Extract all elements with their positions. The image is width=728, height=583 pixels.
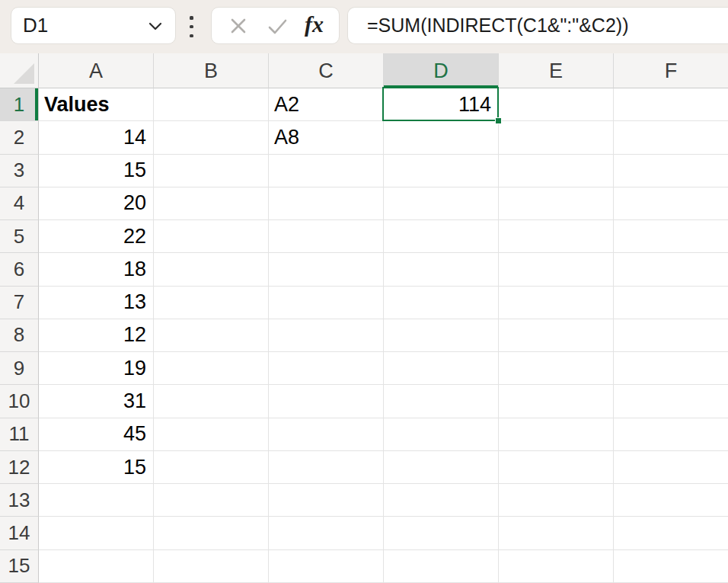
- row-header-10[interactable]: 10: [0, 385, 39, 418]
- cell-E11[interactable]: [499, 418, 614, 451]
- cell-F6[interactable]: [614, 253, 728, 286]
- cell-A3[interactable]: 15: [39, 155, 154, 187]
- cell-C10[interactable]: [269, 385, 384, 418]
- chevron-down-icon[interactable]: [146, 17, 164, 35]
- cell-C3[interactable]: [269, 155, 384, 187]
- cell-E13[interactable]: [499, 484, 614, 517]
- cell-C11[interactable]: [269, 418, 384, 451]
- row-header-13[interactable]: 13: [0, 484, 39, 517]
- cell-A5[interactable]: 22: [39, 220, 154, 253]
- cell-B14[interactable]: [154, 517, 269, 549]
- cell-F10[interactable]: [614, 385, 728, 418]
- cell-C15[interactable]: [269, 550, 384, 583]
- cell-F12[interactable]: [614, 451, 728, 484]
- cell-E7[interactable]: [499, 287, 614, 319]
- cell-D5[interactable]: [384, 220, 499, 253]
- cell-C6[interactable]: [269, 253, 384, 286]
- cell-E6[interactable]: [499, 253, 614, 286]
- formula-bar[interactable]: =SUM(INDIRECT(C1&":"&C2)): [347, 7, 728, 44]
- cell-E3[interactable]: [499, 155, 614, 187]
- enter-check-icon[interactable]: [265, 14, 289, 37]
- row-header-3[interactable]: 3: [0, 155, 39, 187]
- cell-C13[interactable]: [269, 484, 384, 517]
- cell-F9[interactable]: [614, 352, 728, 385]
- cell-E10[interactable]: [499, 385, 614, 418]
- cell-A2[interactable]: 14: [39, 121, 154, 154]
- row-header-5[interactable]: 5: [0, 220, 39, 253]
- cell-B6[interactable]: [154, 253, 269, 286]
- cell-C1[interactable]: A2: [269, 88, 384, 121]
- cell-D1[interactable]: 114: [384, 88, 499, 121]
- cell-E14[interactable]: [499, 517, 614, 549]
- cell-B4[interactable]: [154, 187, 269, 220]
- fill-handle[interactable]: [495, 117, 502, 124]
- cell-B9[interactable]: [154, 352, 269, 385]
- cell-E2[interactable]: [499, 121, 614, 154]
- cell-D14[interactable]: [384, 517, 499, 549]
- row-header-12[interactable]: 12: [0, 451, 39, 484]
- cell-A1[interactable]: Values: [39, 88, 154, 121]
- row-header-9[interactable]: 9: [0, 352, 39, 385]
- cell-C7[interactable]: [269, 287, 384, 319]
- row-header-15[interactable]: 15: [0, 550, 39, 583]
- row-header-7[interactable]: 7: [0, 287, 39, 319]
- column-header-A[interactable]: A: [39, 53, 154, 88]
- column-header-C[interactable]: C: [269, 53, 384, 88]
- cell-F8[interactable]: [614, 319, 728, 352]
- cell-F13[interactable]: [614, 484, 728, 517]
- cell-E9[interactable]: [499, 352, 614, 385]
- cell-B2[interactable]: [154, 121, 269, 154]
- cell-A10[interactable]: 31: [39, 385, 154, 418]
- cell-F1[interactable]: [614, 88, 728, 121]
- cell-E4[interactable]: [499, 187, 614, 220]
- cell-E12[interactable]: [499, 451, 614, 484]
- cell-F14[interactable]: [614, 517, 728, 549]
- cell-A11[interactable]: 45: [39, 418, 154, 451]
- name-box[interactable]: D1: [11, 7, 176, 44]
- cell-B10[interactable]: [154, 385, 269, 418]
- cell-F15[interactable]: [614, 550, 728, 583]
- cell-E1[interactable]: [499, 88, 614, 121]
- cell-B1[interactable]: [154, 88, 269, 121]
- row-header-6[interactable]: 6: [0, 253, 39, 286]
- select-all-corner[interactable]: [0, 53, 39, 88]
- cell-B13[interactable]: [154, 484, 269, 517]
- cell-B7[interactable]: [154, 287, 269, 319]
- cell-A6[interactable]: 18: [39, 253, 154, 286]
- cell-C5[interactable]: [269, 220, 384, 253]
- column-header-D[interactable]: D: [384, 53, 499, 88]
- cell-B5[interactable]: [154, 220, 269, 253]
- cell-A4[interactable]: 20: [39, 187, 154, 220]
- cell-F4[interactable]: [614, 187, 728, 220]
- cell-A12[interactable]: 15: [39, 451, 154, 484]
- cell-B3[interactable]: [154, 155, 269, 187]
- cell-D13[interactable]: [384, 484, 499, 517]
- cell-D10[interactable]: [384, 385, 499, 418]
- row-header-1[interactable]: 1: [0, 88, 39, 121]
- cell-A14[interactable]: [39, 517, 154, 549]
- cell-E15[interactable]: [499, 550, 614, 583]
- cell-A9[interactable]: 19: [39, 352, 154, 385]
- cell-F11[interactable]: [614, 418, 728, 451]
- cell-F3[interactable]: [614, 155, 728, 187]
- cell-C12[interactable]: [269, 451, 384, 484]
- row-header-8[interactable]: 8: [0, 319, 39, 352]
- cell-C14[interactable]: [269, 517, 384, 549]
- cell-D9[interactable]: [384, 352, 499, 385]
- cell-C8[interactable]: [269, 319, 384, 352]
- cell-D4[interactable]: [384, 187, 499, 220]
- cell-B11[interactable]: [154, 418, 269, 451]
- cell-D11[interactable]: [384, 418, 499, 451]
- cell-C9[interactable]: [269, 352, 384, 385]
- cancel-icon[interactable]: [227, 14, 250, 37]
- cell-D12[interactable]: [384, 451, 499, 484]
- cell-A13[interactable]: [39, 484, 154, 517]
- column-header-F[interactable]: F: [614, 53, 728, 88]
- cell-E8[interactable]: [499, 319, 614, 352]
- cell-D8[interactable]: [384, 319, 499, 352]
- insert-function-icon[interactable]: fx: [305, 13, 324, 39]
- row-header-14[interactable]: 14: [0, 517, 39, 549]
- cell-D6[interactable]: [384, 253, 499, 286]
- cell-B8[interactable]: [154, 319, 269, 352]
- cell-B15[interactable]: [154, 550, 269, 583]
